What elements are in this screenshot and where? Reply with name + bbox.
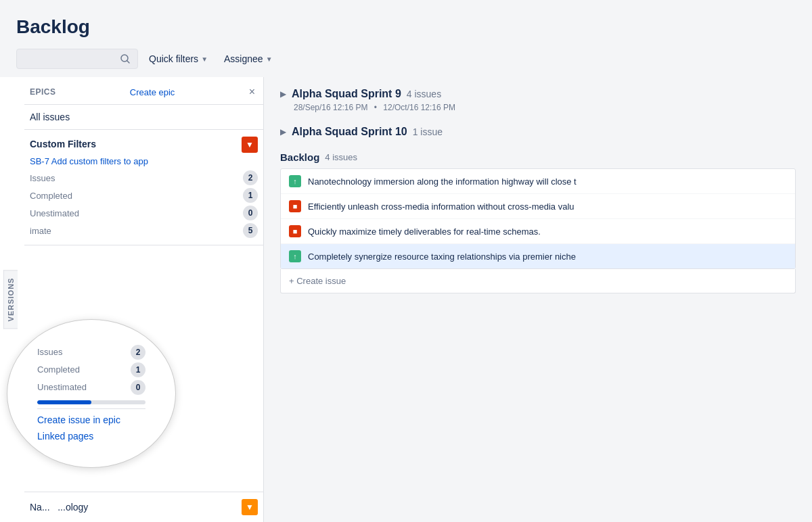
create-epic-link[interactable]: Create epic <box>130 87 175 97</box>
sprint-10-count: 1 issue <box>413 126 443 137</box>
issues-list: ↑ Nanotechnology immersion along the inf… <box>280 168 796 269</box>
epics-title: EPICS <box>30 87 56 97</box>
issue-icon-red: ■ <box>289 200 301 212</box>
sprint-9-name: Alpha Squad Sprint 9 <box>292 88 401 100</box>
issue-text: Nanotechnology immersion along the infor… <box>308 176 787 187</box>
svg-line-1 <box>127 61 130 64</box>
sidebar: VERSIONS EPICS Create epic × All issues … <box>0 77 264 522</box>
issue-icon-red: ■ <box>289 225 301 237</box>
chevron-down-icon: ▼ <box>266 55 273 63</box>
issue-icon-green: ↑ <box>289 250 301 262</box>
stat-row-unestimated: Unestimated 0 <box>30 206 258 220</box>
sprint-10-header[interactable]: ▶ Alpha Squad Sprint 10 1 issue <box>280 126 796 138</box>
issue-row[interactable]: ■ Efficiently unleash cross-media inform… <box>281 194 795 219</box>
custom-filters-epic: Custom Filters ▼ SB-7 Add custom filters… <box>24 130 263 245</box>
epic-popup: Issues 2 Completed 1 Unestimated 0 <box>24 319 176 468</box>
sprint-9-chevron: ▶ <box>280 89 286 99</box>
stat-row-completed: Completed 1 <box>30 188 258 203</box>
issue-text: Quickly maximize timely deliverables for… <box>308 227 787 237</box>
progress-bar-fill <box>37 400 91 404</box>
issue-icon-green: ↑ <box>289 175 301 187</box>
issue-row[interactable]: ↑ Completely synergize resource taxing r… <box>281 244 795 268</box>
sprint-10-section: ▶ Alpha Squad Sprint 10 1 issue <box>280 126 796 138</box>
stat-row-issues: Issues 2 <box>30 170 258 185</box>
issue-text: Completely synergize resource taxing rel… <box>308 252 787 262</box>
epics-header: EPICS Create epic × <box>24 77 263 105</box>
epic-badge-red[interactable]: ▼ <box>242 137 258 153</box>
versions-tab[interactable]: VERSIONS <box>3 270 18 329</box>
sprint-9-section: ▶ Alpha Squad Sprint 9 4 issues 28/Sep/1… <box>280 88 796 112</box>
backlog-count: 4 issues <box>325 152 357 162</box>
bottom-epic-name: Na... ...ology <box>30 502 88 513</box>
all-issues-item[interactable]: All issues <box>24 105 263 130</box>
create-issue-in-epic-link[interactable]: Create issue in epic <box>37 413 145 427</box>
main-content: ▶ Alpha Squad Sprint 9 4 issues 28/Sep/1… <box>264 77 812 522</box>
popup-divider <box>37 408 145 409</box>
popup-stat-completed: Completed 1 <box>37 362 145 377</box>
sprint-10-chevron: ▶ <box>280 127 286 137</box>
search-input[interactable] <box>16 49 138 69</box>
issue-row[interactable]: ↑ Nanotechnology immersion along the inf… <box>281 169 795 194</box>
quick-filters-button[interactable]: Quick filters ▼ <box>143 49 213 68</box>
bottom-epic-item: Na... ...ology ▼ <box>24 492 263 522</box>
sprint-9-count: 4 issues <box>407 89 441 99</box>
sprint-9-header[interactable]: ▶ Alpha Squad Sprint 9 4 issues <box>280 88 796 100</box>
popup-stat-issues: Issues 2 <box>37 345 145 360</box>
stat-row-estimate: imate 5 <box>30 223 258 238</box>
chevron-down-icon: ▼ <box>201 55 208 63</box>
custom-filters-title: Custom Filters <box>30 139 96 149</box>
backlog-header: Backlog 4 issues <box>280 151 796 163</box>
page-title: Backlog <box>16 16 796 38</box>
search-icon <box>120 53 131 64</box>
backlog-section: Backlog 4 issues ↑ Nanotechnology immers… <box>280 151 796 293</box>
sprint-10-name: Alpha Squad Sprint 10 <box>292 126 407 138</box>
backlog-title: Backlog <box>280 151 319 163</box>
issue-row[interactable]: ■ Quickly maximize timely deliverables f… <box>281 219 795 244</box>
linked-pages-link[interactable]: Linked pages <box>37 429 145 443</box>
bottom-epic-badge[interactable]: ▼ <box>242 499 258 515</box>
close-button[interactable]: × <box>249 87 255 97</box>
issue-text: Efficiently unleash cross-media informat… <box>308 201 787 212</box>
custom-filters-link[interactable]: SB-7 Add custom filters to app <box>30 156 148 166</box>
epic-progress-bar <box>37 400 145 404</box>
popup-stat-unestimated: Unestimated 0 <box>37 380 145 395</box>
sprint-9-dates: 28/Sep/16 12:16 PM • 12/Oct/16 12:16 PM <box>294 103 796 112</box>
assignee-button[interactable]: Assignee ▼ <box>219 49 278 68</box>
create-issue-button[interactable]: + Create issue <box>280 269 796 293</box>
